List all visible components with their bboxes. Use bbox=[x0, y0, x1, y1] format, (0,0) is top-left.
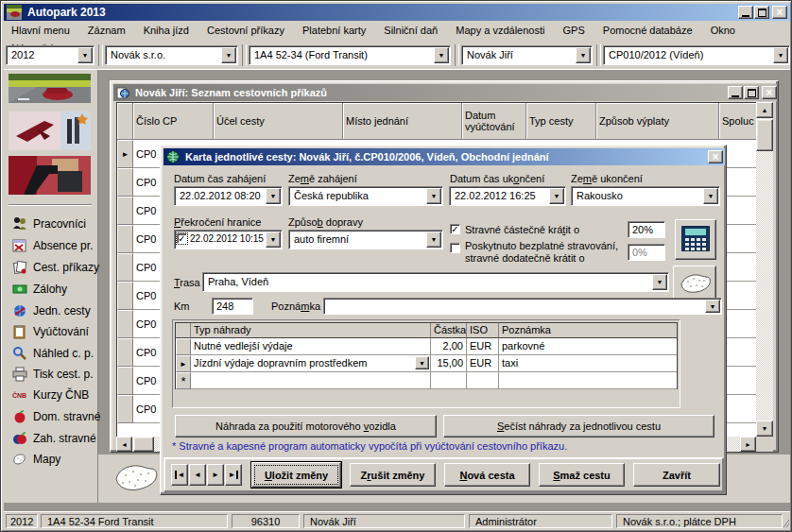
meal-reduce-checkbox[interactable]: ✓ bbox=[450, 224, 460, 234]
row-selector[interactable] bbox=[117, 310, 133, 338]
expense-type-cell[interactable] bbox=[191, 372, 431, 389]
column-header-iso[interactable]: ISO bbox=[467, 323, 499, 338]
sidebar-item-absence[interactable]: Absence pr. bbox=[11, 235, 100, 256]
row-selector[interactable] bbox=[117, 168, 133, 197]
start-country-combobox[interactable]: Česká republika ▼ bbox=[288, 186, 443, 206]
expense-note-cell[interactable]: parkovné bbox=[499, 338, 677, 355]
scrollbar-thumb[interactable] bbox=[133, 437, 154, 452]
row-selector[interactable] bbox=[117, 282, 133, 310]
czech-map-shortcut[interactable] bbox=[111, 460, 160, 502]
sidebar-item-pracovnici[interactable]: Pracovníci bbox=[11, 214, 100, 234]
menu-platebni-karty[interactable]: Platební karty bbox=[295, 22, 373, 40]
menu-okno[interactable]: Okno bbox=[703, 22, 743, 40]
list-window-maximize-button[interactable] bbox=[744, 86, 759, 99]
vertical-scrollbar[interactable]: ▲ ▼ bbox=[756, 102, 773, 437]
free-meal-checkbox[interactable] bbox=[450, 243, 460, 253]
row-selector[interactable] bbox=[117, 338, 133, 367]
minimize-button[interactable] bbox=[738, 6, 753, 19]
vehicle-compensation-button[interactable]: Náhrada za použití motorového vozidla bbox=[175, 415, 437, 438]
driver-combobox[interactable]: Novák Jiří ▼ bbox=[461, 45, 593, 65]
expense-amount-cell[interactable]: 15,00 bbox=[431, 355, 467, 372]
maximize-button[interactable] bbox=[754, 6, 769, 19]
menu-zaznam[interactable]: Záznam bbox=[80, 22, 133, 40]
menu-hlavni-menu[interactable]: Hlavní menu bbox=[4, 22, 77, 40]
chevron-down-icon[interactable]: ▼ bbox=[77, 47, 93, 63]
chevron-down-icon[interactable]: ▼ bbox=[773, 47, 788, 63]
chevron-down-icon[interactable]: ▼ bbox=[266, 232, 281, 248]
nav-last-button[interactable]: ► bbox=[225, 464, 242, 486]
sidebar-item-kurzy-cnb[interactable]: ČNB Kurzy ČNB bbox=[11, 385, 100, 405]
column-header-datum-vyuctovani[interactable]: Datum vyúčtování bbox=[462, 103, 526, 140]
scrollbar-thumb[interactable] bbox=[756, 119, 773, 151]
scroll-down-button[interactable]: ▼ bbox=[756, 420, 773, 437]
free-meal-input[interactable]: 0% bbox=[628, 244, 665, 261]
sidebar-item-dom-stravne[interactable]: Dom. stravné bbox=[11, 406, 100, 427]
expense-row-new[interactable]: * bbox=[176, 372, 677, 389]
sidebar-item-zah-stravne[interactable]: Zah. stravné bbox=[11, 428, 100, 449]
expense-type-cell[interactable]: Nutné vedlejší výdaje bbox=[191, 338, 431, 355]
start-datetime-combobox[interactable]: 22.02.2012 08:20 ▼ bbox=[174, 186, 283, 206]
expense-iso-cell[interactable]: EUR bbox=[467, 355, 499, 372]
note-combobox[interactable]: ▼ bbox=[323, 298, 722, 315]
dialog-close-button[interactable]: × bbox=[708, 150, 723, 163]
menu-cestovni-prikazy[interactable]: Cestovní příkazy bbox=[199, 22, 292, 40]
menu-silnicni-dan[interactable]: Silniční daň bbox=[376, 22, 445, 40]
row-selector[interactable] bbox=[117, 197, 133, 225]
expense-iso-cell[interactable]: EUR bbox=[467, 338, 499, 355]
year-combobox[interactable]: 2012 ▼ bbox=[6, 45, 95, 65]
expense-note-cell[interactable]: taxi bbox=[499, 355, 677, 372]
chevron-down-icon[interactable]: ▼ bbox=[415, 356, 429, 369]
column-header-cislo-cp[interactable]: Číslo CP bbox=[133, 103, 214, 140]
chevron-down-icon[interactable]: ▼ bbox=[652, 274, 667, 290]
chevron-down-icon[interactable]: ▼ bbox=[266, 188, 281, 204]
end-country-combobox[interactable]: Rakousko ▼ bbox=[571, 186, 720, 206]
sidebar-item-jedn-cesty[interactable]: Jedn. cesty bbox=[11, 300, 100, 321]
chevron-down-icon[interactable]: ▼ bbox=[426, 232, 441, 248]
company-combobox[interactable]: Novák s.r.o. ▼ bbox=[105, 45, 238, 65]
expense-amount-cell[interactable]: 2,00 bbox=[431, 338, 467, 355]
expense-iso-cell[interactable] bbox=[467, 372, 499, 389]
sidebar-item-nahled[interactable]: Náhled c. p. bbox=[11, 343, 100, 364]
close-button[interactable]: × bbox=[772, 6, 787, 19]
sidebar-item-zalohy[interactable]: Zálohy bbox=[11, 279, 100, 300]
km-input[interactable]: 248 bbox=[212, 298, 253, 315]
new-row-marker[interactable]: * bbox=[176, 372, 191, 389]
row-selector-current[interactable]: ► bbox=[176, 355, 191, 372]
scroll-up-button[interactable]: ▲ bbox=[756, 102, 773, 118]
expense-note-cell[interactable] bbox=[499, 372, 677, 389]
nav-next-button[interactable]: ► bbox=[207, 464, 224, 486]
vehicle-combobox[interactable]: 1A4 52-34 (Ford Transit) ▼ bbox=[249, 45, 451, 65]
resize-grip[interactable] bbox=[783, 519, 790, 528]
column-header-zpusob-vyplaty[interactable]: Způsob výplaty bbox=[596, 103, 719, 140]
column-header-typ-nahrady[interactable]: Typ náhrady bbox=[191, 323, 431, 338]
scroll-left-button[interactable]: ◄ bbox=[116, 437, 132, 452]
row-selector[interactable] bbox=[117, 253, 133, 282]
expense-amount-cell[interactable] bbox=[431, 372, 467, 389]
row-selector[interactable] bbox=[117, 395, 133, 423]
column-header-castka[interactable]: Částka bbox=[431, 323, 467, 338]
row-selector[interactable] bbox=[117, 367, 133, 395]
column-header-spolucestujici[interactable]: Spoluc bbox=[719, 103, 757, 140]
column-header-ucel-cesty[interactable]: Účel cesty bbox=[214, 103, 343, 140]
border-crossing-combobox[interactable]: ✓ 22.02.2012 10:15 ▼ bbox=[174, 230, 283, 249]
delete-trip-button[interactable]: Smaž cestu bbox=[539, 463, 625, 487]
row-selector-current[interactable]: ► bbox=[117, 140, 133, 168]
expense-row-current[interactable]: ► Jízdní výdaje dopravním prostředkem ▼ … bbox=[176, 355, 677, 372]
chevron-down-icon[interactable]: ▼ bbox=[703, 188, 718, 204]
close-dialog-button[interactable]: Zavřít bbox=[633, 463, 720, 487]
save-changes-button[interactable]: Uložit změny bbox=[251, 462, 341, 488]
sum-trip-button[interactable]: Sečíst náhrady za jednotlivou cestu bbox=[443, 415, 715, 438]
list-window-close-button[interactable]: × bbox=[762, 86, 777, 99]
chevron-down-icon[interactable]: ▼ bbox=[549, 188, 564, 204]
sidebar-item-cest-prikazy[interactable]: Cest. příkazy bbox=[11, 257, 100, 278]
border-crossing-checkbox[interactable]: ✓ bbox=[177, 233, 187, 244]
trip-combobox[interactable]: CP010/2012 (Vídeň) ▼ bbox=[603, 45, 790, 65]
chevron-down-icon[interactable]: ▼ bbox=[576, 47, 591, 63]
route-combobox[interactable]: Praha, Vídeň ▼ bbox=[202, 272, 669, 292]
new-trip-button[interactable]: Nová cesta bbox=[444, 463, 530, 487]
chevron-down-icon[interactable]: ▼ bbox=[221, 47, 236, 63]
meal-reduce-input[interactable]: 20% bbox=[628, 221, 665, 238]
column-header-misto-jednani[interactable]: Místo jednání bbox=[343, 103, 462, 140]
chevron-down-icon[interactable]: ▼ bbox=[705, 300, 720, 313]
column-header-poznamka[interactable]: Poznámka bbox=[499, 323, 677, 338]
